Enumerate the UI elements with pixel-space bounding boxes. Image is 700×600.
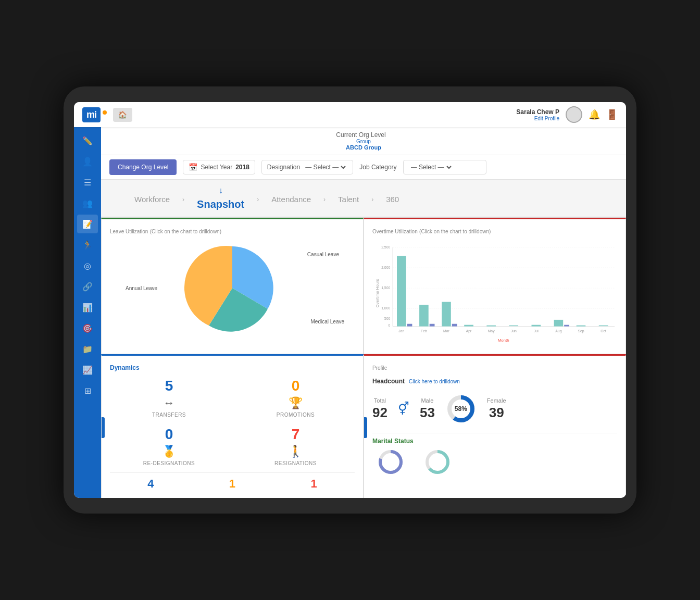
svg-rect-24 xyxy=(564,325,569,327)
top-nav: mi 🏠 Sarala Chew P Edit Profile 🔔 🚪 xyxy=(74,102,626,127)
sidebar-item-goals[interactable]: 🎯 xyxy=(77,319,98,338)
donut-percentage: 58% xyxy=(455,405,467,413)
redesignations-label: RE-DESIGNATIONS xyxy=(143,460,195,466)
bell-icon[interactable]: 🔔 xyxy=(589,109,600,120)
svg-rect-23 xyxy=(554,320,564,327)
logo: mi xyxy=(82,107,101,122)
svg-text:2,000: 2,000 xyxy=(381,266,390,269)
designation-filter[interactable]: Designation — Select — xyxy=(261,160,353,174)
svg-text:0: 0 xyxy=(388,323,390,327)
user-name: Sarala Chew P xyxy=(516,108,559,116)
group-label: Group ABCD Group xyxy=(109,139,618,151)
dynamics-promotions: 0 🏆 PROMOTIONS xyxy=(236,378,355,418)
legend-annual: Annual Leave xyxy=(126,285,157,291)
redesignations-icon: 🥇 xyxy=(162,445,176,458)
svg-rect-18 xyxy=(452,324,457,327)
tab-360[interactable]: 360 xyxy=(382,193,403,206)
dynamics-bottom-1: 4 xyxy=(147,477,154,491)
redesignations-count: 0 xyxy=(165,426,173,443)
bottom-num-3: 1 xyxy=(311,477,317,491)
dynamics-bottom-3: 1 xyxy=(311,477,317,491)
logo-area: mi xyxy=(82,107,107,122)
pie-chart-container[interactable]: Casual Leave Medical Leave Annual Leave xyxy=(110,241,355,335)
current-org-label: Current Org Level xyxy=(336,131,385,139)
female-headcount: Female 39 xyxy=(487,397,506,421)
sidebar-item-circle[interactable]: ◎ xyxy=(77,256,98,275)
marital-status-title: Marital Status xyxy=(372,438,617,445)
tab-attendance[interactable]: Attendance xyxy=(267,193,315,206)
dynamics-resignations: 7 🚶 RESIGNATIONS xyxy=(236,426,355,466)
svg-text:Jun: Jun xyxy=(511,329,517,333)
bottom-num-1: 4 xyxy=(147,477,154,491)
svg-rect-21 xyxy=(509,326,518,326)
filter-bar: Change Org Level 📅 Select Year 2018 Desi… xyxy=(101,155,626,180)
sidebar-item-analytics[interactable]: 📈 xyxy=(77,360,98,379)
resignations-icon: 🚶 xyxy=(289,445,303,458)
dynamics-card: Dynamics 5 ↔️ TRANSFERS 0 🏆 PROMOTIONS xyxy=(101,354,364,498)
tab-talent[interactable]: Talent xyxy=(334,193,363,206)
dynamics-bottom: 4 1 1 xyxy=(110,472,355,491)
avatar xyxy=(566,106,582,123)
svg-text:Oct: Oct xyxy=(601,329,606,333)
donut-chart: 58% xyxy=(445,393,477,424)
designation-label: Designation xyxy=(267,164,300,171)
sidebar-item-notes[interactable]: 📝 xyxy=(77,215,98,233)
job-category-label: Job Category xyxy=(359,164,396,171)
tab-workforce[interactable]: Workforce xyxy=(130,193,174,206)
male-label: Male xyxy=(421,397,433,404)
home-button[interactable]: 🏠 xyxy=(113,108,132,122)
female-label: Female xyxy=(487,397,506,404)
marital-section: Marital Status xyxy=(372,433,617,475)
dynamics-redesignations: 0 🥇 RE-DESIGNATIONS xyxy=(110,426,228,466)
sidebar-item-edit[interactable]: ✏️ xyxy=(77,131,98,150)
male-headcount: Male 53 xyxy=(420,397,435,421)
dynamics-bottom-2: 1 xyxy=(229,477,235,491)
leave-utilization-card: Leave Utilization (Click on the chart to… xyxy=(101,218,364,354)
svg-rect-14 xyxy=(407,324,413,327)
svg-rect-19 xyxy=(464,325,473,327)
sidebar-item-team[interactable]: 👥 xyxy=(77,194,98,213)
svg-rect-20 xyxy=(486,326,496,327)
svg-rect-17 xyxy=(442,302,451,327)
click-drilldown[interactable]: Click here to drilldown xyxy=(409,379,460,384)
legend-medical: Medical Leave xyxy=(311,319,344,324)
arrow-2: › xyxy=(257,196,259,203)
edit-profile-link[interactable]: Edit Profile xyxy=(516,116,559,121)
tab-snapshot[interactable]: Snapshot xyxy=(193,196,248,213)
leave-utilization-title: Leave Utilization (Click on the chart to… xyxy=(110,228,355,235)
sidebar-item-files[interactable]: 📁 xyxy=(77,340,98,358)
profile-left-accent xyxy=(364,417,367,438)
svg-text:Apr: Apr xyxy=(466,329,472,333)
signout-icon[interactable]: 🚪 xyxy=(606,109,618,120)
svg-text:Jul: Jul xyxy=(534,329,539,333)
overtime-utilization-title: Overtime Utilization (Click on the chart… xyxy=(372,228,617,235)
top-nav-right: Sarala Chew P Edit Profile 🔔 🚪 xyxy=(516,106,618,123)
select-year-label: Select Year xyxy=(201,164,232,171)
sidebar-item-activity[interactable]: 🏃 xyxy=(77,235,98,254)
designation-select[interactable]: — Select — xyxy=(303,163,347,171)
bottom-num-2: 1 xyxy=(229,477,235,491)
marital-chart-1 xyxy=(372,449,409,475)
svg-rect-15 xyxy=(419,305,429,327)
marital-chart-2 xyxy=(419,449,456,475)
overtime-bar-chart[interactable]: Overtime Hours 2,500 xyxy=(372,241,617,345)
sidebar-item-organize[interactable]: ⊞ xyxy=(77,381,98,400)
female-value: 39 xyxy=(489,405,504,421)
svg-text:1,500: 1,500 xyxy=(381,286,390,290)
promotions-count: 0 xyxy=(292,378,300,394)
sidebar-item-user[interactable]: 👤 xyxy=(77,152,98,171)
active-indicator: ↓ xyxy=(219,186,223,195)
sidebar-item-list[interactable]: ☰ xyxy=(77,173,98,192)
transfers-count: 5 xyxy=(165,378,173,394)
job-category-select[interactable]: — Select — xyxy=(409,163,453,171)
svg-text:Sep: Sep xyxy=(578,329,584,333)
resignations-count: 7 xyxy=(292,426,300,443)
sidebar-item-reports[interactable]: 📊 xyxy=(77,298,98,317)
job-category-filter[interactable]: — Select — xyxy=(403,160,486,174)
gender-icon: ⚥ xyxy=(398,402,409,416)
sidebar-item-links[interactable]: 🔗 xyxy=(77,277,98,296)
change-org-button[interactable]: Change Org Level xyxy=(109,159,177,175)
tablet-screen: mi 🏠 Sarala Chew P Edit Profile 🔔 🚪 ✏️ 👤… xyxy=(74,102,626,498)
headcount-label: Headcount xyxy=(372,378,405,385)
year-filter[interactable]: 📅 Select Year 2018 xyxy=(183,160,255,174)
